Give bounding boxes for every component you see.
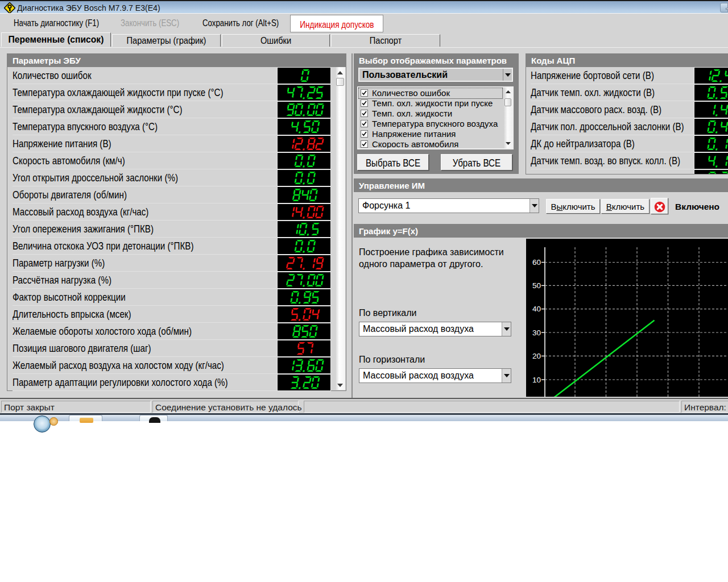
svg-text:30: 30 — [532, 329, 541, 337]
svg-text:40: 40 — [532, 305, 541, 313]
svg-text:60: 60 — [532, 258, 541, 267]
svg-text:10: 10 — [532, 376, 541, 384]
svg-text:20: 20 — [532, 352, 541, 360]
svg-text:50: 50 — [532, 281, 541, 290]
